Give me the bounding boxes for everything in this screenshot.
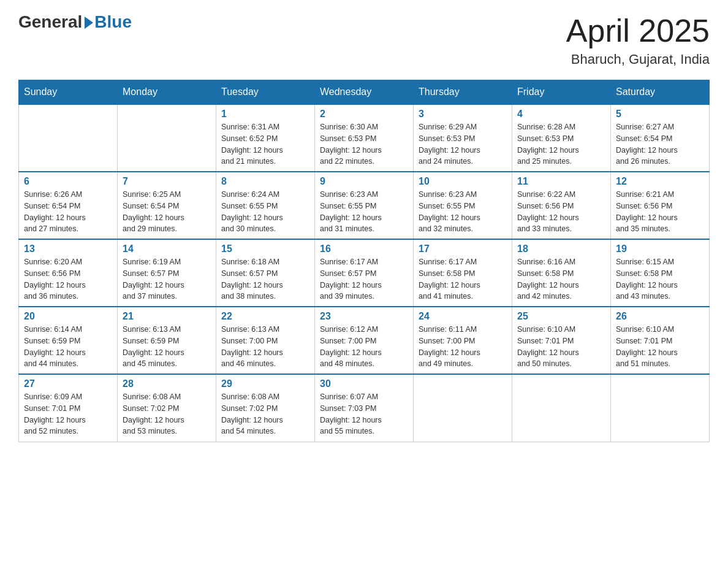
day-number: 12 bbox=[616, 176, 704, 187]
day-number: 25 bbox=[517, 311, 605, 322]
day-number: 10 bbox=[419, 176, 507, 187]
day-info: Sunrise: 6:11 AMSunset: 7:00 PMDaylight:… bbox=[419, 324, 507, 370]
day-number: 16 bbox=[320, 243, 408, 255]
calendar-day-cell: 12Sunrise: 6:21 AMSunset: 6:56 PMDayligh… bbox=[611, 172, 710, 239]
calendar-day-cell: 4Sunrise: 6:28 AMSunset: 6:53 PMDaylight… bbox=[512, 104, 611, 172]
day-info: Sunrise: 6:18 AMSunset: 6:57 PMDaylight:… bbox=[221, 256, 309, 302]
day-info: Sunrise: 6:20 AMSunset: 6:56 PMDaylight:… bbox=[24, 256, 112, 302]
calendar-day-cell: 22Sunrise: 6:13 AMSunset: 7:00 PMDayligh… bbox=[216, 307, 315, 374]
title-section: April 2025 Bharuch, Gujarat, India bbox=[566, 12, 710, 67]
day-number: 2 bbox=[320, 109, 408, 120]
calendar-day-cell: 13Sunrise: 6:20 AMSunset: 6:56 PMDayligh… bbox=[19, 239, 118, 307]
calendar-day-cell: 5Sunrise: 6:27 AMSunset: 6:54 PMDaylight… bbox=[611, 104, 710, 172]
calendar-day-cell: 11Sunrise: 6:22 AMSunset: 6:56 PMDayligh… bbox=[512, 172, 611, 239]
day-number: 1 bbox=[221, 109, 309, 120]
day-info: Sunrise: 6:23 AMSunset: 6:55 PMDaylight:… bbox=[419, 189, 507, 235]
calendar-day-cell: 1Sunrise: 6:31 AMSunset: 6:52 PMDaylight… bbox=[216, 104, 315, 172]
calendar-week-row: 6Sunrise: 6:26 AMSunset: 6:54 PMDaylight… bbox=[19, 172, 710, 239]
calendar-day-cell: 8Sunrise: 6:24 AMSunset: 6:55 PMDaylight… bbox=[216, 172, 315, 239]
page-header: General Blue April 2025 Bharuch, Gujarat… bbox=[18, 12, 710, 67]
day-number: 23 bbox=[320, 311, 408, 322]
calendar-day-header: Thursday bbox=[414, 80, 512, 105]
calendar-day-cell bbox=[414, 374, 512, 442]
calendar-day-header: Wednesday bbox=[315, 80, 414, 105]
logo-blue-text: Blue bbox=[94, 12, 132, 32]
calendar-day-cell: 3Sunrise: 6:29 AMSunset: 6:53 PMDaylight… bbox=[414, 104, 512, 172]
calendar-day-cell: 29Sunrise: 6:08 AMSunset: 7:02 PMDayligh… bbox=[216, 374, 315, 442]
calendar-day-cell bbox=[611, 374, 710, 442]
location-text: Bharuch, Gujarat, India bbox=[566, 52, 710, 67]
calendar-day-cell: 6Sunrise: 6:26 AMSunset: 6:54 PMDaylight… bbox=[19, 172, 118, 239]
day-info: Sunrise: 6:25 AMSunset: 6:54 PMDaylight:… bbox=[123, 189, 211, 235]
day-number: 21 bbox=[123, 311, 211, 322]
day-info: Sunrise: 6:10 AMSunset: 7:01 PMDaylight:… bbox=[616, 324, 704, 370]
day-info: Sunrise: 6:10 AMSunset: 7:01 PMDaylight:… bbox=[517, 324, 605, 370]
day-number: 29 bbox=[221, 378, 309, 389]
calendar-day-cell: 7Sunrise: 6:25 AMSunset: 6:54 PMDaylight… bbox=[118, 172, 216, 239]
calendar-day-cell bbox=[512, 374, 611, 442]
day-info: Sunrise: 6:13 AMSunset: 7:00 PMDaylight:… bbox=[221, 324, 309, 370]
logo: General Blue bbox=[18, 12, 132, 32]
day-info: Sunrise: 6:29 AMSunset: 6:53 PMDaylight:… bbox=[419, 121, 507, 167]
day-number: 3 bbox=[419, 109, 507, 120]
day-number: 24 bbox=[419, 311, 507, 322]
logo-arrow-icon bbox=[85, 17, 93, 29]
day-number: 26 bbox=[616, 311, 704, 322]
calendar-day-cell: 16Sunrise: 6:17 AMSunset: 6:57 PMDayligh… bbox=[315, 239, 414, 307]
calendar-day-cell bbox=[19, 104, 118, 172]
calendar-day-header: Sunday bbox=[19, 80, 118, 105]
day-info: Sunrise: 6:13 AMSunset: 6:59 PMDaylight:… bbox=[123, 324, 211, 370]
calendar-day-cell: 17Sunrise: 6:17 AMSunset: 6:58 PMDayligh… bbox=[414, 239, 512, 307]
day-info: Sunrise: 6:19 AMSunset: 6:57 PMDaylight:… bbox=[123, 256, 211, 302]
day-number: 27 bbox=[24, 378, 112, 389]
day-info: Sunrise: 6:08 AMSunset: 7:02 PMDaylight:… bbox=[123, 391, 211, 437]
day-number: 4 bbox=[517, 109, 605, 120]
calendar-day-cell: 2Sunrise: 6:30 AMSunset: 6:53 PMDaylight… bbox=[315, 104, 414, 172]
day-number: 30 bbox=[320, 378, 408, 389]
calendar-day-cell: 20Sunrise: 6:14 AMSunset: 6:59 PMDayligh… bbox=[19, 307, 118, 374]
logo-general-text: General bbox=[18, 12, 82, 32]
calendar-day-cell: 21Sunrise: 6:13 AMSunset: 6:59 PMDayligh… bbox=[118, 307, 216, 374]
day-info: Sunrise: 6:23 AMSunset: 6:55 PMDaylight:… bbox=[320, 189, 408, 235]
day-number: 14 bbox=[123, 243, 211, 255]
day-info: Sunrise: 6:17 AMSunset: 6:57 PMDaylight:… bbox=[320, 256, 408, 302]
day-info: Sunrise: 6:30 AMSunset: 6:53 PMDaylight:… bbox=[320, 121, 408, 167]
calendar-day-cell: 15Sunrise: 6:18 AMSunset: 6:57 PMDayligh… bbox=[216, 239, 315, 307]
calendar-day-cell: 14Sunrise: 6:19 AMSunset: 6:57 PMDayligh… bbox=[118, 239, 216, 307]
day-info: Sunrise: 6:31 AMSunset: 6:52 PMDaylight:… bbox=[221, 121, 309, 167]
day-number: 15 bbox=[221, 243, 309, 255]
day-info: Sunrise: 6:09 AMSunset: 7:01 PMDaylight:… bbox=[24, 391, 112, 437]
calendar-day-cell: 27Sunrise: 6:09 AMSunset: 7:01 PMDayligh… bbox=[19, 374, 118, 442]
day-info: Sunrise: 6:08 AMSunset: 7:02 PMDaylight:… bbox=[221, 391, 309, 437]
day-number: 17 bbox=[419, 243, 507, 255]
calendar-week-row: 1Sunrise: 6:31 AMSunset: 6:52 PMDaylight… bbox=[19, 104, 710, 172]
calendar-week-row: 27Sunrise: 6:09 AMSunset: 7:01 PMDayligh… bbox=[19, 374, 710, 442]
calendar-day-cell: 19Sunrise: 6:15 AMSunset: 6:58 PMDayligh… bbox=[611, 239, 710, 307]
day-info: Sunrise: 6:28 AMSunset: 6:53 PMDaylight:… bbox=[517, 121, 605, 167]
calendar-day-header: Friday bbox=[512, 80, 611, 105]
calendar-day-cell: 24Sunrise: 6:11 AMSunset: 7:00 PMDayligh… bbox=[414, 307, 512, 374]
day-info: Sunrise: 6:07 AMSunset: 7:03 PMDaylight:… bbox=[320, 391, 408, 437]
calendar-day-cell bbox=[118, 104, 216, 172]
calendar-day-cell: 28Sunrise: 6:08 AMSunset: 7:02 PMDayligh… bbox=[118, 374, 216, 442]
calendar-day-cell: 26Sunrise: 6:10 AMSunset: 7:01 PMDayligh… bbox=[611, 307, 710, 374]
day-info: Sunrise: 6:14 AMSunset: 6:59 PMDaylight:… bbox=[24, 324, 112, 370]
calendar-day-cell: 10Sunrise: 6:23 AMSunset: 6:55 PMDayligh… bbox=[414, 172, 512, 239]
calendar-week-row: 20Sunrise: 6:14 AMSunset: 6:59 PMDayligh… bbox=[19, 307, 710, 374]
day-number: 20 bbox=[24, 311, 112, 322]
day-number: 7 bbox=[123, 176, 211, 187]
day-number: 13 bbox=[24, 243, 112, 255]
day-number: 5 bbox=[616, 109, 704, 120]
calendar-day-cell: 25Sunrise: 6:10 AMSunset: 7:01 PMDayligh… bbox=[512, 307, 611, 374]
day-number: 6 bbox=[24, 176, 112, 187]
day-number: 28 bbox=[123, 378, 211, 389]
day-number: 22 bbox=[221, 311, 309, 322]
day-number: 18 bbox=[517, 243, 605, 255]
calendar-table: SundayMondayTuesdayWednesdayThursdayFrid… bbox=[18, 80, 710, 442]
day-number: 8 bbox=[221, 176, 309, 187]
day-info: Sunrise: 6:21 AMSunset: 6:56 PMDaylight:… bbox=[616, 189, 704, 235]
day-info: Sunrise: 6:27 AMSunset: 6:54 PMDaylight:… bbox=[616, 121, 704, 167]
calendar-day-cell: 9Sunrise: 6:23 AMSunset: 6:55 PMDaylight… bbox=[315, 172, 414, 239]
calendar-header-row: SundayMondayTuesdayWednesdayThursdayFrid… bbox=[19, 80, 710, 105]
day-info: Sunrise: 6:26 AMSunset: 6:54 PMDaylight:… bbox=[24, 189, 112, 235]
